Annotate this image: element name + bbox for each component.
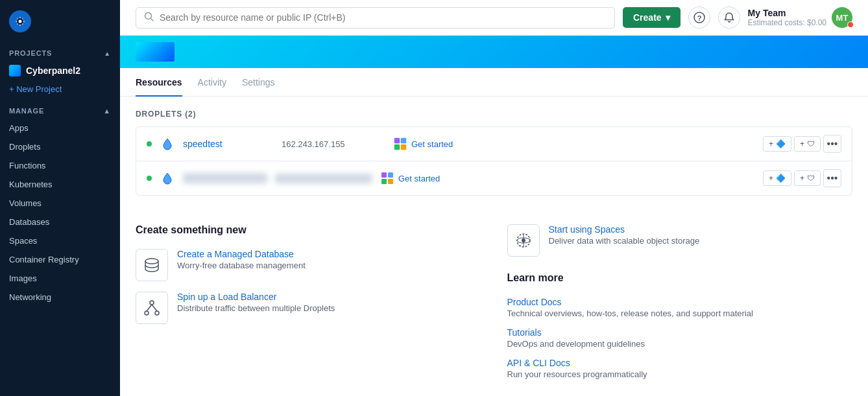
get-started-1[interactable]: Get started xyxy=(393,137,484,151)
sidebar-item-droplets[interactable]: Droplets xyxy=(0,137,120,156)
more-options-button-1[interactable]: ••• xyxy=(823,135,841,153)
topbar: Create ▾ ? My Team Estimated costs: $0.0… xyxy=(120,0,868,36)
row-actions-1: + 🔷 + 🛡 ••• xyxy=(763,135,841,153)
plus-icon: + xyxy=(800,174,804,183)
product-docs-title[interactable]: Product Docs xyxy=(507,297,853,307)
svg-rect-13 xyxy=(388,172,393,178)
content-area: Resources Activity Settings DROPLETS (2)… xyxy=(120,36,868,396)
plus-icon: + xyxy=(800,139,804,148)
projects-label: PROJECTS xyxy=(9,49,52,57)
droplet-name-2[interactable]: blurred-name-xxxx xyxy=(183,173,267,183)
load-balancer-card-text: Spin up a Load Balancer Distribute traff… xyxy=(177,292,335,313)
spaces-card-text: Start using Spaces Deliver data with sca… xyxy=(549,224,700,246)
tab-activity[interactable]: Activity xyxy=(198,68,226,97)
svg-point-17 xyxy=(150,301,154,305)
sidebar-item-functions[interactable]: Functions xyxy=(0,156,120,175)
load-balancer-card-title[interactable]: Spin up a Load Balancer xyxy=(177,292,335,302)
main-content: Create ▾ ? My Team Estimated costs: $0.0… xyxy=(120,0,868,396)
table-row: speedtest 162.243.167.155 Get started xyxy=(136,127,852,161)
learn-link-product-docs: Product Docs Technical overviews, how-to… xyxy=(507,297,853,318)
tutorials-title[interactable]: Tutorials xyxy=(507,327,853,338)
product-docs-desc: Technical overviews, how-tos, release no… xyxy=(507,309,853,318)
sidebar-item-kubernetes[interactable]: Kubernetes xyxy=(0,175,120,194)
api-docs-title[interactable]: API & CLI Docs xyxy=(507,358,853,368)
estimated-costs-label: Estimated costs: xyxy=(748,18,805,27)
project-icon xyxy=(9,65,21,76)
sidebar-item-apps[interactable]: Apps xyxy=(0,119,120,137)
svg-point-19 xyxy=(155,311,159,315)
svg-rect-8 xyxy=(394,138,400,143)
projects-chevron-icon[interactable]: ▲ xyxy=(104,50,111,57)
sidebar-item-networking[interactable]: Networking xyxy=(0,288,120,307)
search-icon xyxy=(144,12,154,24)
droplets-section: DROPLETS (2) speedtest 162.243.167.155 xyxy=(120,97,868,209)
create-chevron-icon: ▾ xyxy=(666,12,670,23)
database-card-title[interactable]: Create a Managed Database xyxy=(177,249,306,259)
help-button[interactable]: ? xyxy=(688,6,710,29)
spaces-card-title[interactable]: Start using Spaces xyxy=(549,224,700,235)
svg-rect-12 xyxy=(381,172,387,178)
team-name: My Team xyxy=(748,8,826,18)
notifications-button[interactable] xyxy=(718,6,740,29)
create-card-load-balancer: Spin up a Load Balancer Distribute traff… xyxy=(136,292,481,324)
droplet-name-1[interactable]: speedtest xyxy=(183,139,274,149)
add-firewall-button-2[interactable]: + 🛡 xyxy=(794,170,821,186)
api-docs-desc: Run your resources programmatically xyxy=(507,369,853,379)
project-banner xyxy=(120,36,868,68)
sidebar-item-volumes[interactable]: Volumes xyxy=(0,194,120,213)
volume-icon: 🔷 xyxy=(776,174,786,183)
droplet-ip-2: 000.000.000.000 xyxy=(275,174,372,183)
create-new-title: Create something new xyxy=(136,224,481,236)
avatar[interactable]: MT xyxy=(832,7,852,28)
get-started-label-1: Get started xyxy=(411,139,453,149)
search-input[interactable] xyxy=(160,12,607,23)
status-indicator xyxy=(147,141,152,146)
sidebar-item-images[interactable]: Images xyxy=(0,269,120,288)
learn-more-title: Learn more xyxy=(507,272,853,284)
create-cards-list: Create a Managed Database Worry-free dat… xyxy=(136,249,481,324)
sidebar-item-databases[interactable]: Databases xyxy=(0,213,120,231)
manage-label: MANAGE xyxy=(9,107,44,115)
logo-icon[interactable] xyxy=(9,10,31,32)
more-options-button-2[interactable]: ••• xyxy=(823,169,841,187)
tab-resources[interactable]: Resources xyxy=(136,68,182,97)
add-volume-button-2[interactable]: + 🔷 xyxy=(763,170,791,186)
learn-link-api-docs: API & CLI Docs Run your resources progra… xyxy=(507,358,853,379)
project-name: Cyberpanel2 xyxy=(26,65,80,76)
tutorials-desc: DevOps and development guidelines xyxy=(507,339,853,349)
create-button[interactable]: Create ▾ xyxy=(623,7,681,28)
svg-rect-10 xyxy=(394,145,400,150)
sidebar-item-spaces[interactable]: Spaces xyxy=(0,231,120,250)
svg-rect-15 xyxy=(388,179,393,184)
add-volume-button-1[interactable]: + 🔷 xyxy=(763,136,791,152)
droplets-table: speedtest 162.243.167.155 Get started xyxy=(136,126,852,196)
manage-chevron-icon[interactable]: ▲ xyxy=(103,107,111,115)
status-indicator xyxy=(147,176,152,181)
sidebar-logo xyxy=(0,0,120,43)
svg-line-20 xyxy=(147,305,152,311)
add-firewall-button-1[interactable]: + 🛡 xyxy=(794,136,821,152)
get-started-2[interactable]: Get started xyxy=(380,171,471,185)
sidebar-item-container-registry[interactable]: Container Registry xyxy=(0,250,120,269)
database-icon xyxy=(136,249,168,281)
volume-label: 🔷 xyxy=(776,139,786,148)
tab-settings[interactable]: Settings xyxy=(242,68,275,97)
get-started-label-2: Get started xyxy=(398,174,440,183)
plus-icon: + xyxy=(769,139,773,148)
create-label: Create xyxy=(633,12,662,23)
create-card-database: Create a Managed Database Worry-free dat… xyxy=(136,249,481,281)
search-bar xyxy=(136,7,615,29)
new-project-button[interactable]: + New Project xyxy=(0,80,120,98)
current-project[interactable]: Cyberpanel2 xyxy=(0,61,120,80)
avatar-notification-badge xyxy=(847,21,854,28)
svg-rect-11 xyxy=(401,145,406,150)
database-card-desc: Worry-free database management xyxy=(177,261,306,270)
load-balancer-card-desc: Distribute traffic between multiple Drop… xyxy=(177,303,335,313)
svg-point-18 xyxy=(145,311,149,315)
user-info[interactable]: My Team Estimated costs: $0.00 MT xyxy=(748,7,852,28)
svg-rect-14 xyxy=(381,179,387,184)
ellipsis-icon: ••• xyxy=(827,138,838,150)
manage-section-header: MANAGE ▲ xyxy=(0,98,120,119)
droplet-icon xyxy=(160,170,175,186)
spaces-icon xyxy=(507,224,540,257)
